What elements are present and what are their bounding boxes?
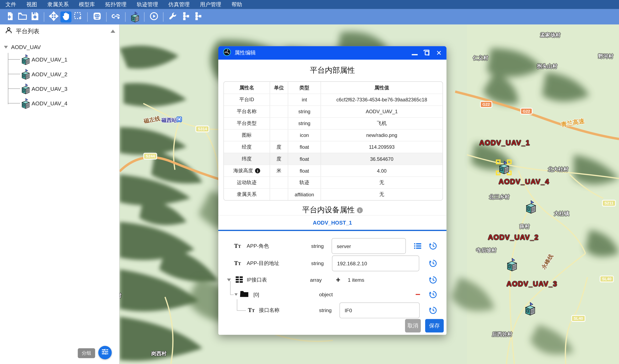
- uav-node-icon[interactable]: [496, 157, 512, 175]
- remove-item-icon[interactable]: −: [415, 290, 420, 299]
- type-cell: affiliation: [288, 189, 321, 200]
- table-row[interactable]: 经度 度 float 114.209593: [224, 141, 443, 153]
- text-field-icon: TT: [234, 260, 241, 266]
- app-logo-icon: [223, 48, 231, 58]
- menu-item-user[interactable]: 用户管理: [200, 1, 221, 8]
- add-item-icon[interactable]: +: [336, 276, 340, 284]
- info-icon[interactable]: i: [255, 168, 260, 173]
- select-rect-tool-button[interactable]: [72, 11, 84, 22]
- play-button[interactable]: [148, 11, 159, 22]
- type-cell: float: [288, 165, 321, 176]
- unit-cell: [270, 177, 288, 188]
- topology-b-button[interactable]: [192, 11, 203, 22]
- value-cell[interactable]: 4.00: [321, 165, 442, 176]
- tree-node-uav[interactable]: AODV_UAV_4: [0, 96, 119, 111]
- tree-connector: [230, 281, 231, 294]
- field-type: array: [297, 277, 322, 283]
- property-name-cell: 图标: [224, 129, 270, 141]
- app-role-input[interactable]: [332, 238, 406, 254]
- place-label: 薛村: [520, 223, 530, 230]
- cancel-button[interactable]: 取消: [405, 319, 421, 333]
- info-icon[interactable]: i: [357, 207, 363, 213]
- value-cell[interactable]: 114.209593: [321, 141, 442, 153]
- pan-tool-button[interactable]: [60, 11, 71, 22]
- new-file-button[interactable]: [5, 11, 15, 22]
- table-row[interactable]: 海拔高度i 米 float 4.00: [224, 165, 443, 177]
- menu-item-trajectory[interactable]: 轨迹管理: [137, 1, 158, 8]
- table-row[interactable]: 纬度 度 float 36.564670: [224, 153, 443, 165]
- value-cell[interactable]: 无: [321, 177, 442, 188]
- table-row[interactable]: 图标 icon new/radio.png: [224, 129, 443, 141]
- uav-node-icon[interactable]: [504, 254, 520, 272]
- value-cell[interactable]: 无: [321, 189, 442, 200]
- history-reset-icon[interactable]: [429, 242, 437, 250]
- array-count: 1 items: [348, 277, 364, 283]
- column-header: 属性名: [224, 82, 270, 94]
- menu-item-help[interactable]: 帮助: [232, 1, 242, 8]
- group-settings-button[interactable]: [98, 346, 112, 359]
- collapse-panel-arrow-icon[interactable]: [111, 30, 115, 33]
- add-link-icon: [111, 13, 121, 21]
- save-button[interactable]: [29, 11, 40, 22]
- chevron-down-icon[interactable]: [4, 46, 8, 48]
- property-name-cell: 纬度: [224, 153, 270, 165]
- robot-panel-button[interactable]: [91, 11, 102, 22]
- device-cube-icon: [506, 257, 518, 272]
- uav-node-icon[interactable]: [523, 196, 538, 215]
- dialog-titlebar[interactable]: 属性编辑 ✕: [218, 46, 446, 60]
- history-reset-icon[interactable]: [429, 290, 437, 299]
- tree-node-label: AODV_UAV_2: [32, 71, 68, 77]
- save-button[interactable]: 保存: [425, 319, 444, 333]
- minimize-button[interactable]: [412, 54, 418, 55]
- history-reset-icon[interactable]: [429, 306, 437, 315]
- history-reset-icon[interactable]: [429, 259, 437, 268]
- device-model-button[interactable]: [129, 11, 140, 22]
- enum-list-icon[interactable]: [413, 242, 422, 250]
- value-cell[interactable]: 36.564670: [321, 153, 442, 165]
- field-row-if-name: TT 接口名称 string: [218, 303, 446, 318]
- type-cell: string: [288, 118, 321, 129]
- play-icon: [149, 12, 158, 22]
- tree-node-uav[interactable]: AODV_UAV_2: [0, 67, 119, 81]
- unit-cell: 度: [270, 153, 288, 165]
- menu-item-topology[interactable]: 拓扑管理: [105, 1, 127, 8]
- tree-node-uav[interactable]: AODV_UAV_1: [0, 52, 119, 67]
- tree-node-group[interactable]: AODV_UAV: [0, 42, 119, 52]
- collapse-arrow-icon[interactable]: [235, 293, 238, 296]
- menu-item-model-library[interactable]: 模型库: [79, 1, 95, 8]
- tab-aodv-host-1[interactable]: AODV_HOST_1: [218, 216, 446, 230]
- menu-item-view[interactable]: 视图: [26, 1, 37, 8]
- dialog-close-button[interactable]: ✕: [436, 50, 442, 56]
- tree-node-uav[interactable]: AODV_UAV_3: [0, 82, 119, 96]
- value-cell[interactable]: 飞机: [321, 118, 442, 129]
- place-label: 仁义村: [473, 55, 488, 61]
- collapse-arrow-icon[interactable]: [227, 279, 231, 281]
- unit-cell: [270, 106, 288, 117]
- table-row[interactable]: 平台名称 string AODV_UAV_1: [224, 105, 443, 117]
- value-cell[interactable]: c6cf2f62-7336-4534-be76-39aa82365c18: [321, 94, 442, 105]
- table-row[interactable]: 平台ID int c6cf2f62-7336-4534-be76-39aa823…: [224, 94, 443, 105]
- value-cell[interactable]: new/radio.png: [321, 129, 442, 141]
- open-folder-button[interactable]: [17, 11, 28, 22]
- uav-node-icon[interactable]: [522, 299, 538, 317]
- menu-item-file[interactable]: 文件: [6, 1, 16, 8]
- toolbar-separator: [87, 12, 88, 22]
- uav-name-label: AODV_UAV_2: [488, 233, 539, 242]
- if-name-input[interactable]: [339, 303, 420, 318]
- app-dest-input[interactable]: [332, 255, 419, 271]
- move-tool-button[interactable]: [48, 11, 59, 22]
- table-row[interactable]: 隶属关系 affiliation 无: [224, 188, 443, 200]
- menu-item-affiliation[interactable]: 隶属关系: [47, 1, 69, 8]
- menu-item-simulation[interactable]: 仿真管理: [169, 1, 190, 8]
- tools-button[interactable]: [167, 11, 178, 22]
- property-edit-dialog: 属性编辑 ✕ 平台内部属性 属性名 单位 类型 属性值 平台ID int c6c…: [218, 46, 446, 335]
- device-cube-icon: [21, 54, 30, 65]
- topology-a-button[interactable]: [180, 11, 190, 22]
- value-cell[interactable]: AODV_UAV_1: [321, 106, 442, 117]
- table-row[interactable]: 运动轨迹 轨迹 无: [224, 177, 443, 188]
- add-link-button[interactable]: [110, 11, 121, 22]
- table-row[interactable]: 平台类型 string 飞机: [224, 117, 443, 129]
- tree-children: AODV_UAV_1 AODV_UAV_2 AODV_UAV_3 AODV_UA…: [0, 52, 119, 111]
- restore-button[interactable]: [424, 51, 429, 55]
- history-reset-icon[interactable]: [429, 276, 437, 284]
